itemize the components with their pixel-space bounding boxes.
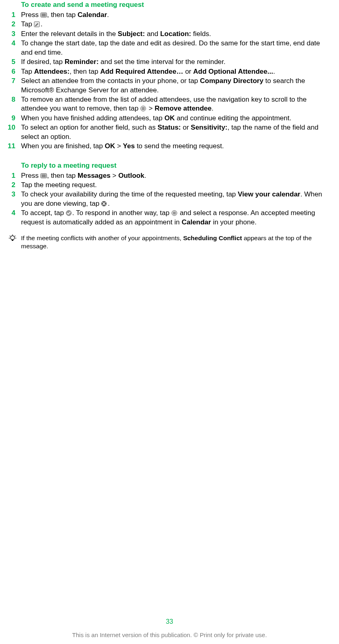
step: 4To change the start date, tap the date …: [4, 39, 331, 57]
step-text: To select an option for another field, s…: [21, 123, 331, 141]
step-text: Enter the relevant details in the Subjec…: [21, 30, 331, 38]
accept-icon: [66, 210, 72, 216]
step: 7Select an attendee from the contacts in…: [4, 77, 331, 95]
step-list-reply: 1Press , then tap Messages > Outlook.2Ta…: [4, 171, 331, 227]
step: 2Tap .: [4, 20, 331, 29]
step: 3To check your availability during the t…: [4, 190, 331, 208]
step-text: If desired, tap Reminder: and set the ti…: [21, 58, 331, 66]
step: 9When you have finished adding attendees…: [4, 114, 331, 123]
step: 5If desired, tap Reminder: and set the t…: [4, 58, 331, 66]
step-text: To accept, tap . To respond in another w…: [21, 209, 331, 227]
step-list-create: 1Press , then tap Calendar.2Tap .3Enter …: [4, 11, 331, 151]
step-number: 10: [4, 123, 21, 132]
step: 6Tap Attendees:, then tap Add Required A…: [4, 67, 331, 76]
menu-key-icon: [40, 12, 47, 18]
step-number: 2: [4, 181, 21, 190]
step: 10To select an option for another field,…: [4, 123, 331, 141]
step-number: 1: [4, 171, 21, 180]
step-number: 1: [4, 11, 21, 19]
step-number: 4: [4, 209, 21, 218]
footer-text: This is an Internet version of this publ…: [0, 631, 339, 638]
section-heading-reply: To reply to a meeting request: [21, 162, 331, 170]
step-text: Tap the meeting request.: [21, 181, 331, 190]
step: 1Press , then tap Calendar.: [4, 11, 331, 19]
step-number: 2: [4, 20, 21, 29]
step-number: 7: [4, 77, 21, 85]
tip-text: If the meeting conflicts with another of…: [21, 234, 331, 250]
step-number: 3: [4, 30, 21, 38]
step-text: Tap Attendees:, then tap Add Required At…: [21, 67, 331, 76]
step-number: 3: [4, 190, 21, 199]
list-menu-icon: [172, 210, 178, 216]
list-menu-icon: [140, 106, 147, 111]
edit-icon: [34, 21, 40, 27]
step-text: To change the start date, tap the date a…: [21, 39, 331, 57]
page-number: 33: [0, 618, 339, 625]
step-number: 5: [4, 58, 21, 66]
menu-key-icon: [40, 173, 47, 179]
step-text: Press , then tap Calendar.: [21, 11, 331, 19]
step-text: When you have finished adding attendees,…: [21, 114, 331, 123]
tip-icon: [4, 234, 21, 244]
step-text: When you are finished, tap OK > Yes to s…: [21, 142, 331, 151]
step-number: 11: [4, 142, 21, 151]
step-number: 4: [4, 39, 21, 48]
page-content: To create and send a meeting request 1Pr…: [0, 0, 339, 250]
step: 1Press , then tap Messages > Outlook.: [4, 171, 331, 180]
step-number: 9: [4, 114, 21, 123]
step-number: 8: [4, 95, 21, 104]
tip-note: If the meeting conflicts with another of…: [4, 234, 331, 250]
step-text: Press , then tap Messages > Outlook.: [21, 171, 331, 180]
step: 4To accept, tap . To respond in another …: [4, 209, 331, 227]
close-icon: [101, 201, 108, 207]
step: 8To remove an attendee from the list of …: [4, 95, 331, 113]
step: 11When you are finished, tap OK > Yes to…: [4, 142, 331, 151]
step-text: Select an attendee from the contacts in …: [21, 77, 331, 95]
step-text: To remove an attendee from the list of a…: [21, 95, 331, 113]
step-number: 6: [4, 67, 21, 76]
step-text: Tap .: [21, 20, 331, 29]
step: 3Enter the relevant details in the Subje…: [4, 30, 331, 38]
step: 2Tap the meeting request.: [4, 181, 331, 190]
step-text: To check your availability during the ti…: [21, 190, 331, 208]
section-heading-create: To create and send a meeting request: [21, 1, 331, 9]
